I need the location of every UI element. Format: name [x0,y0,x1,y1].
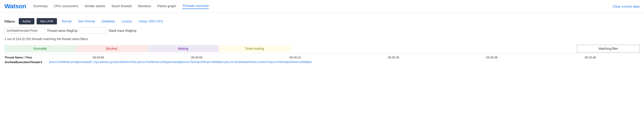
header-right: Clear current data [613,5,640,8]
filters-label: Filters: [4,20,16,23]
filter-lucene-button[interactable]: Lucene [120,18,134,24]
summary-text: 1 out of 314 (0.3%) threads matching the… [4,37,640,41]
legend-row: Runnable Blocked Waiting Timed waiting M… [4,45,640,52]
nav-stuck-threads[interactable]: Stuck threads [112,4,132,9]
legend-waiting: Waiting [148,45,219,52]
legend-timed-waiting: Timed waiting [219,45,290,52]
logo: Watson [4,3,26,10]
thread-name-regexp-label: Thread name RegExp [47,29,78,33]
legend-blocked: Blocked [76,45,148,52]
filter-inputs-row: Thread name RegExp Stack trace RegExp [4,28,640,34]
thread-name-cell: JiraTaskExecutionThread-3 [4,60,49,64]
time-col-3: 09:30:26 [344,56,443,59]
nav-monitors[interactable]: Monitors [138,4,151,9]
thread-stack-cell: java.io.PrintWriter.print(java.base@1 or… [49,60,640,64]
header: Watson Summary CPU consumers Similar sta… [0,0,644,13]
time-header-row: Thread Name / Time 09:29:56 09:30:06 09:… [4,54,640,59]
nav-cpu-consumers[interactable]: CPU consumers [54,4,78,9]
stack-trace-input[interactable] [80,28,106,34]
legend-matching-filter: Matching filter [577,45,640,52]
nav-similar-stacks[interactable]: Similar stacks [84,4,105,9]
time-col-4: 09:30:36 [443,56,541,59]
filters-row: Filters: Active Non-JVM Tomcat Non-Tomca… [4,18,640,24]
filter-tomcat-button[interactable]: Tomcat [59,18,74,24]
thread-name-column-header: Thread Name / Time [4,56,49,59]
filter-cpu-button[interactable]: Using >30% CPU [136,18,165,24]
stack-trace-regexp-label: Stack trace RegExp [109,29,136,33]
filter-active-button[interactable]: Active [19,18,34,24]
table-row: JiraTaskExecutionThread-3 java.io.PrintW… [4,60,640,64]
legend-runnable: Runnable [4,45,76,52]
nav-threads-overview[interactable]: Threads overview [182,4,208,9]
time-col-5: 09:30:46 [541,56,640,59]
nav: Summary CPU consumers Similar stacks Stu… [33,4,606,9]
nav-flame-graph[interactable]: Flame graph [157,4,176,9]
nav-summary[interactable]: Summary [33,4,48,9]
time-col-1: 09:30:06 [148,56,246,59]
filter-non-tomcat-button[interactable]: Non-Tomcat [76,18,97,24]
main-content: Filters: Active Non-JVM Tomcat Non-Tomca… [0,13,644,64]
time-col-0: 09:29:56 [49,56,148,59]
filter-non-jvm-button[interactable]: Non-JVM [36,18,57,24]
thread-name-input[interactable] [4,28,45,34]
time-col-2: 09:30:16 [246,56,344,59]
clear-data-button[interactable]: Clear current data [613,5,640,8]
filter-database-button[interactable]: Database [99,18,117,24]
